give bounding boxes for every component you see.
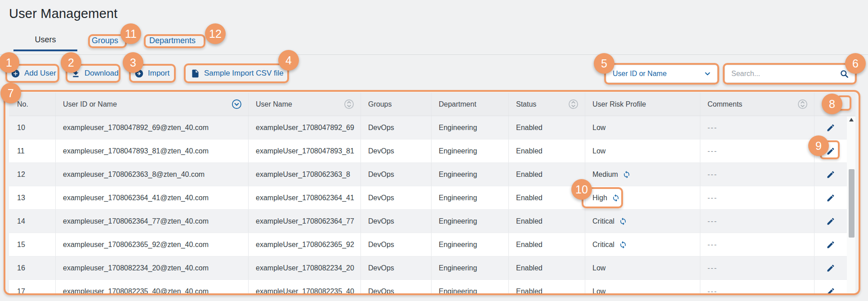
page-title: User Management [9, 6, 118, 21]
sample-csv-button[interactable]: Sample Import CSV file [191, 64, 284, 83]
sample-csv-label: Sample Import CSV file [204, 69, 284, 78]
col-header-user-name: User Name [249, 93, 361, 116]
cell-groups: DevOps [361, 233, 432, 256]
cell-actions [815, 186, 847, 209]
edit-icon[interactable] [826, 170, 835, 179]
edit-icon[interactable] [826, 147, 835, 156]
col-header-user-id: User ID or Name [56, 93, 249, 116]
cell-status: Enabled [509, 116, 585, 139]
cell-user-name: exampleUser_1708062365_92 [249, 233, 361, 256]
cell-user-id: exampleuser_1708047893_81@zten_40.com [56, 139, 249, 162]
cell-groups: DevOps [361, 186, 432, 209]
cell-user-id: exampleuser_1708047892_69@zten_40.com [56, 116, 249, 139]
cell-groups: DevOps [361, 163, 432, 186]
sort-icon[interactable] [797, 99, 808, 109]
filter-dropdown[interactable]: User ID or Name [606, 65, 717, 83]
cell-no: 14 [9, 210, 56, 233]
cell-department: Engineering [432, 116, 509, 139]
cell-status: Enabled [509, 210, 585, 233]
cell-actions [815, 139, 847, 162]
edit-icon[interactable] [826, 264, 835, 273]
cell-department: Engineering [432, 256, 509, 279]
cell-no: 13 [9, 186, 56, 209]
edit-icon[interactable] [826, 123, 835, 132]
cell-status: Enabled [509, 163, 585, 186]
cell-department: Engineering [432, 163, 509, 186]
file-icon [191, 69, 200, 78]
table-row: 10 exampleuser_1708047892_69@zten_40.com… [9, 116, 855, 139]
refresh-risk-icon[interactable] [623, 171, 631, 179]
sort-desc-icon[interactable] [231, 99, 242, 109]
cell-comments: --- [700, 116, 815, 139]
cell-comments: --- [700, 139, 815, 162]
search-input[interactable] [728, 70, 840, 78]
edit-icon[interactable] [826, 217, 835, 226]
table-row: 12 exampleuser_1708062363_8@zten_40.com … [9, 163, 855, 186]
import-label: Import [148, 69, 169, 78]
cell-no: 17 [9, 280, 56, 295]
sort-icon[interactable] [344, 99, 354, 109]
add-user-button[interactable]: Add User [11, 64, 56, 83]
cell-user-id: exampleuser_1708082235_40@zten_40.com [56, 280, 249, 295]
cell-comments: --- [700, 256, 815, 279]
column-menu-kebab-icon[interactable] [837, 98, 841, 110]
cell-user-name: exampleUser_1708082234_20 [249, 256, 361, 279]
tab-groups[interactable]: Groups [92, 35, 118, 46]
tab-users[interactable]: Users [13, 34, 77, 51]
refresh-risk-icon[interactable] [612, 194, 620, 202]
sort-icon[interactable] [568, 99, 579, 109]
cell-comments: --- [700, 186, 815, 209]
edit-icon[interactable] [826, 287, 835, 295]
cell-no: 16 [9, 256, 56, 279]
cell-department: Engineering [432, 186, 509, 209]
cell-no: 11 [9, 139, 56, 162]
cell-status: Enabled [509, 186, 585, 209]
edit-icon[interactable] [826, 193, 835, 202]
col-header-status: Status [509, 93, 585, 116]
scrollbar-up-arrow-icon[interactable] [849, 118, 854, 121]
edit-icon[interactable] [826, 240, 835, 249]
table-row: 11 exampleuser_1708047893_81@zten_40.com… [9, 139, 855, 163]
search-box [725, 65, 855, 83]
cell-groups: DevOps [361, 139, 432, 162]
annotation-badge-12: 12 [205, 23, 226, 44]
cell-actions [815, 256, 847, 279]
cell-status: Enabled [509, 139, 585, 162]
search-icon[interactable] [840, 69, 849, 79]
import-button[interactable]: Import [134, 64, 169, 83]
tab-departments[interactable]: Departments [149, 35, 196, 46]
refresh-risk-icon[interactable] [619, 241, 627, 249]
users-table: No. User ID or Name User Name Groups Dep… [9, 93, 855, 295]
cell-user-name: exampleUser_1708062363_8 [249, 163, 361, 186]
user-management-page: User Management Users Groups Departments… [0, 0, 868, 301]
cell-department: Engineering [432, 280, 509, 295]
col-header-comments: Comments [700, 93, 815, 116]
download-button[interactable]: Download [71, 64, 119, 83]
cell-no: 10 [9, 116, 56, 139]
cell-user-id: exampleuser_1708062365_92@zten_40.com [56, 233, 249, 256]
table-header-row: No. User ID or Name User Name Groups Dep… [9, 93, 855, 116]
cell-user-id: exampleuser_1708062363_8@zten_40.com [56, 163, 249, 186]
cell-risk: High [585, 186, 700, 209]
cell-actions [815, 280, 847, 295]
cell-comments: --- [700, 233, 815, 256]
download-icon [71, 69, 80, 78]
cell-risk: Critical [585, 210, 700, 233]
col-header-actions [815, 93, 855, 116]
refresh-risk-icon[interactable] [619, 217, 627, 225]
cell-no: 12 [9, 163, 56, 186]
tabs-divider [0, 54, 868, 55]
cell-status: Enabled [509, 256, 585, 279]
table-row: 17 exampleuser_1708082235_40@zten_40.com… [9, 280, 855, 295]
cell-department: Engineering [432, 233, 509, 256]
cell-groups: DevOps [361, 210, 432, 233]
cell-user-name: exampleUser_1708047892_69 [249, 116, 361, 139]
cell-risk: Medium [585, 163, 700, 186]
table-row: 15 exampleuser_1708062365_92@zten_40.com… [9, 233, 855, 256]
table-scrollbar-thumb[interactable] [849, 169, 855, 238]
col-header-department: Department [432, 93, 509, 116]
cell-comments: --- [700, 163, 815, 186]
cell-risk: Low [585, 116, 700, 139]
cell-risk: Low [585, 139, 700, 162]
cell-user-id: exampleuser_1708082234_20@zten_40.com [56, 256, 249, 279]
